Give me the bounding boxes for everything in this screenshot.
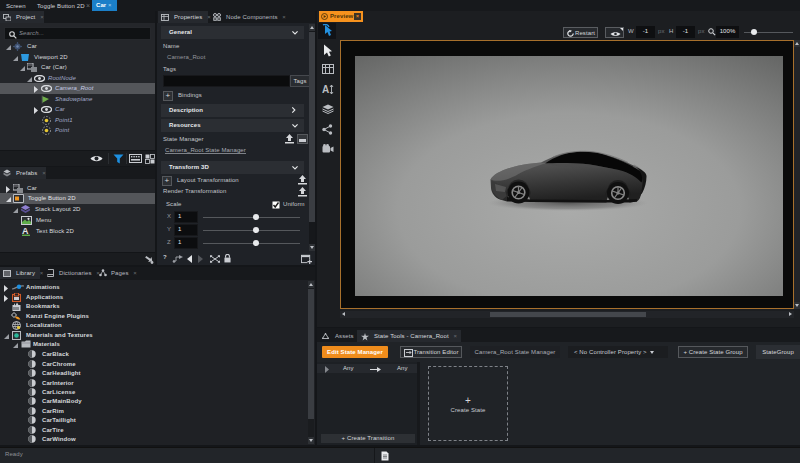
svg-text:A: A <box>22 226 29 236</box>
svg-text:A: A <box>322 84 329 95</box>
